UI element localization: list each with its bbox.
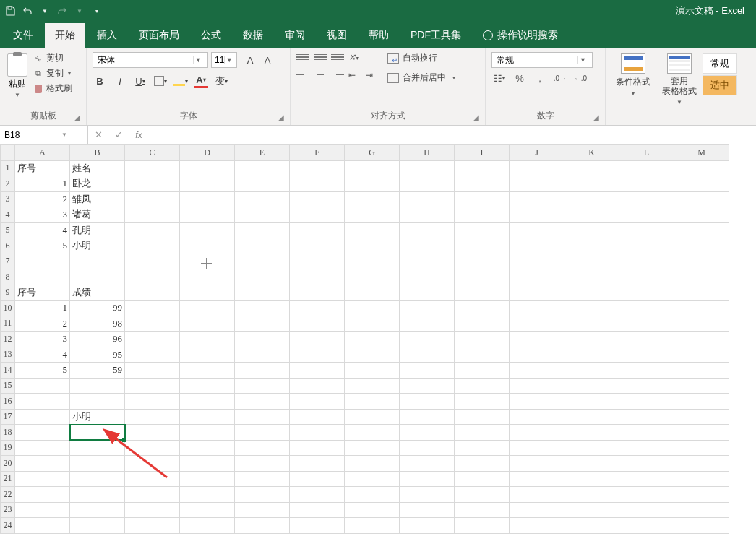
cell-I3[interactable] bbox=[455, 191, 510, 207]
cell-H7[interactable] bbox=[400, 254, 455, 269]
orientation-button[interactable]: ⤭▾ bbox=[348, 52, 361, 65]
decrease-font-icon[interactable]: A bbox=[260, 53, 275, 67]
cell-G19[interactable] bbox=[345, 440, 400, 456]
column-header-M[interactable]: M bbox=[674, 145, 729, 161]
cell-F12[interactable] bbox=[290, 332, 345, 347]
cell-D6[interactable] bbox=[180, 238, 235, 254]
cell-M13[interactable] bbox=[674, 347, 729, 363]
font-color-button[interactable]: A▾ bbox=[194, 74, 208, 88]
tab-data[interactable]: 数据 bbox=[233, 23, 273, 48]
column-header-I[interactable]: I bbox=[455, 145, 510, 161]
cell-G1[interactable] bbox=[345, 160, 400, 176]
cell-J14[interactable] bbox=[510, 363, 564, 379]
cell-E8[interactable] bbox=[235, 269, 290, 285]
cell-L15[interactable] bbox=[619, 378, 674, 394]
align-bottom-button[interactable] bbox=[331, 52, 344, 62]
cell-I9[interactable] bbox=[455, 285, 510, 301]
cell-C15[interactable] bbox=[125, 378, 180, 394]
cell-M11[interactable] bbox=[674, 316, 729, 332]
increase-decimal-button[interactable]: .0→ bbox=[554, 72, 567, 84]
tab-help[interactable]: 帮助 bbox=[358, 23, 399, 48]
cell-K19[interactable] bbox=[564, 440, 619, 456]
cell-A2[interactable]: 1 bbox=[15, 176, 70, 192]
cell-K2[interactable] bbox=[564, 176, 619, 192]
cell-L10[interactable] bbox=[619, 301, 674, 316]
format-painter-button[interactable]: 格式刷 bbox=[33, 82, 81, 95]
cell-K11[interactable] bbox=[564, 316, 619, 332]
cell-B4[interactable]: 诸葛 bbox=[70, 207, 125, 223]
cell-B20[interactable] bbox=[70, 456, 125, 472]
cell-F21[interactable] bbox=[290, 471, 345, 487]
cell-H9[interactable] bbox=[400, 285, 455, 301]
cell-B23[interactable] bbox=[70, 502, 125, 518]
cell-L20[interactable] bbox=[619, 456, 674, 472]
cell-D14[interactable] bbox=[180, 363, 235, 379]
cell-I13[interactable] bbox=[455, 347, 510, 363]
column-header-A[interactable]: A bbox=[15, 145, 70, 161]
cell-B15[interactable] bbox=[70, 378, 125, 394]
cell-J15[interactable] bbox=[510, 378, 564, 394]
cell-K6[interactable] bbox=[564, 238, 619, 254]
cell-I16[interactable] bbox=[455, 394, 510, 410]
cell-M2[interactable] bbox=[674, 176, 729, 192]
cell-H3[interactable] bbox=[400, 191, 455, 207]
tab-pagelayout[interactable]: 页面布局 bbox=[129, 23, 189, 48]
cell-J24[interactable] bbox=[510, 518, 564, 534]
style-normal[interactable]: 常规 bbox=[703, 53, 737, 74]
cell-I17[interactable] bbox=[455, 409, 510, 425]
cell-J16[interactable] bbox=[510, 394, 564, 410]
cell-K12[interactable] bbox=[564, 332, 619, 347]
cell-A21[interactable] bbox=[15, 471, 70, 487]
cell-K7[interactable] bbox=[564, 254, 619, 269]
cell-H16[interactable] bbox=[400, 394, 455, 410]
cell-M3[interactable] bbox=[674, 191, 729, 207]
cell-C24[interactable] bbox=[125, 518, 180, 534]
qat-dropdown-icon-2[interactable]: ▼ bbox=[74, 5, 85, 17]
cell-I14[interactable] bbox=[455, 363, 510, 379]
cell-K15[interactable] bbox=[564, 378, 619, 394]
cell-D2[interactable] bbox=[180, 176, 235, 192]
paste-button[interactable]: 粘贴 ▼ bbox=[4, 51, 30, 98]
cell-J17[interactable] bbox=[510, 409, 564, 425]
cell-H1[interactable] bbox=[400, 160, 455, 176]
cell-B1[interactable]: 姓名 bbox=[70, 160, 125, 176]
cell-B11[interactable]: 98 bbox=[70, 316, 125, 332]
increase-font-icon[interactable]: A bbox=[243, 53, 257, 67]
cell-C10[interactable] bbox=[125, 301, 180, 316]
cell-A19[interactable] bbox=[15, 440, 70, 456]
cell-A20[interactable] bbox=[15, 456, 70, 472]
undo-icon[interactable] bbox=[22, 5, 33, 17]
cell-K24[interactable] bbox=[564, 518, 619, 534]
cell-L4[interactable] bbox=[619, 207, 674, 223]
cell-K8[interactable] bbox=[564, 269, 619, 285]
cell-B10[interactable]: 99 bbox=[70, 301, 125, 316]
cell-D18[interactable] bbox=[180, 425, 235, 441]
cell-G17[interactable] bbox=[345, 409, 400, 425]
cell-L14[interactable] bbox=[619, 363, 674, 379]
cell-G24[interactable] bbox=[345, 518, 400, 534]
cell-F9[interactable] bbox=[290, 285, 345, 301]
cell-G11[interactable] bbox=[345, 316, 400, 332]
cell-I8[interactable] bbox=[455, 269, 510, 285]
cell-B17[interactable]: 小明 bbox=[70, 409, 125, 425]
column-header-L[interactable]: L bbox=[619, 145, 674, 161]
row-header-12[interactable]: 12 bbox=[1, 332, 15, 347]
cell-A23[interactable] bbox=[15, 502, 70, 518]
cell-M6[interactable] bbox=[674, 238, 729, 254]
tell-me-search[interactable]: 操作说明搜索 bbox=[473, 23, 568, 48]
font-launcher-icon[interactable]: ◢ bbox=[278, 113, 287, 122]
cell-M21[interactable] bbox=[674, 471, 729, 487]
cell-G22[interactable] bbox=[345, 487, 400, 503]
cell-D12[interactable] bbox=[180, 332, 235, 347]
cell-M8[interactable] bbox=[674, 269, 729, 285]
cell-G9[interactable] bbox=[345, 285, 400, 301]
row-header-7[interactable]: 7 bbox=[1, 254, 15, 269]
cell-F6[interactable] bbox=[290, 238, 345, 254]
cell-H11[interactable] bbox=[400, 316, 455, 332]
cell-A5[interactable]: 4 bbox=[15, 222, 70, 238]
cell-G7[interactable] bbox=[345, 254, 400, 269]
comma-button[interactable]: , bbox=[533, 72, 546, 84]
cell-G4[interactable] bbox=[345, 207, 400, 223]
row-header-9[interactable]: 9 bbox=[1, 285, 15, 301]
cell-A6[interactable]: 5 bbox=[15, 238, 70, 254]
